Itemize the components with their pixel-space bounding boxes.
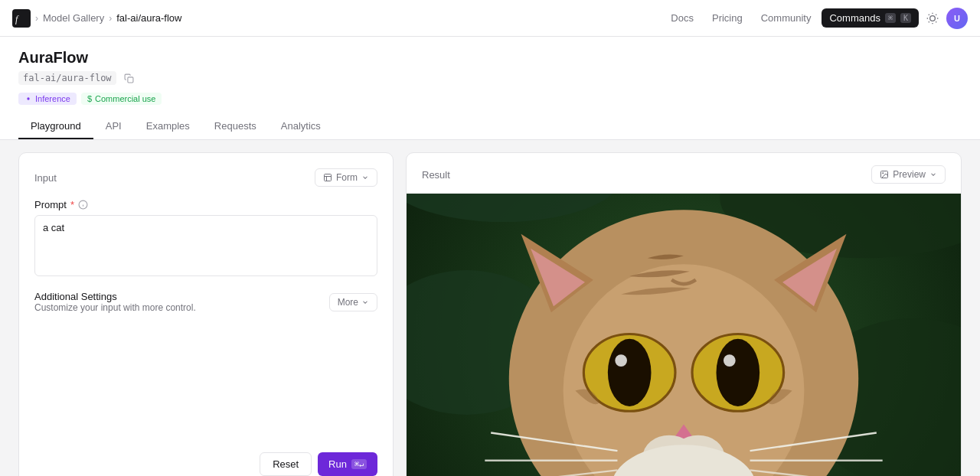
docs-button[interactable]: Docs <box>663 8 701 28</box>
run-kbd: ⌘↵ <box>351 459 367 469</box>
required-star: * <box>70 199 74 210</box>
header-right: Docs Pricing Community Commands ⌘ K U <box>663 8 968 29</box>
prompt-label: Prompt* <box>34 199 377 210</box>
run-button-label: Run <box>328 458 347 470</box>
breadcrumb-current: fal-ai/aura-flow <box>116 12 181 24</box>
header-left: f › Model Gallery › fal-ai/aura-flow <box>12 9 181 28</box>
form-button[interactable]: Form <box>315 168 377 187</box>
form-button-label: Form <box>336 172 358 183</box>
theme-toggle-button[interactable] <box>922 8 943 29</box>
actions: Reset Run ⌘↵ <box>34 440 377 476</box>
tab-analytics[interactable]: Analytics <box>269 114 333 139</box>
more-chevron-icon <box>361 298 369 306</box>
input-panel-header: Input Form <box>34 168 377 187</box>
preview-button-label: Preview <box>893 169 926 180</box>
page-subtitle: fal-ai/aura-flow <box>18 71 962 85</box>
svg-rect-13 <box>325 174 332 181</box>
reset-button[interactable]: Reset <box>260 452 312 476</box>
svg-line-5 <box>929 14 929 15</box>
tabs: Playground API Examples Requests Analyti… <box>18 114 962 139</box>
copy-model-id-button[interactable] <box>122 72 136 85</box>
sun-icon <box>926 12 939 24</box>
badges-container: Inference $ Commercial use <box>18 93 962 105</box>
chevron-down-icon <box>361 174 369 181</box>
svg-line-9 <box>929 21 929 22</box>
svg-point-38 <box>716 339 760 406</box>
community-button[interactable]: Community <box>753 8 819 28</box>
avatar[interactable]: U <box>946 8 968 29</box>
run-button[interactable]: Run ⌘↵ <box>318 452 377 476</box>
badge-commercial: $ Commercial use <box>81 93 162 105</box>
page-header: AuraFlow fal-ai/aura-flow Inference $ Co… <box>0 37 980 140</box>
svg-line-10 <box>936 14 936 15</box>
result-panel-header: Result Preview <box>407 153 961 194</box>
additional-settings: Additional Settings Customize your input… <box>34 291 377 316</box>
page-title: AuraFlow <box>18 49 962 67</box>
tab-playground[interactable]: Playground <box>18 114 93 139</box>
app-header: f › Model Gallery › fal-ai/aura-flow Doc… <box>0 0 980 37</box>
model-id: fal-ai/aura-flow <box>18 71 116 85</box>
form-icon <box>323 173 332 182</box>
badge-inference: Inference <box>18 93 77 105</box>
commands-label: Commands <box>829 12 880 24</box>
tab-examples[interactable]: Examples <box>134 114 202 139</box>
svg-point-37 <box>608 339 652 406</box>
cat-image <box>407 194 961 476</box>
result-panel-title: Result <box>422 169 450 181</box>
commercial-icon: $ <box>87 94 92 103</box>
commands-kbd1: ⌘ <box>885 13 896 23</box>
svg-point-12 <box>27 97 29 99</box>
preview-chevron-icon <box>929 171 937 178</box>
input-panel-title: Input <box>34 172 57 184</box>
preview-icon <box>880 170 889 179</box>
tab-api[interactable]: API <box>93 114 134 139</box>
input-panel: Input Form Prompt* <box>18 152 394 476</box>
settings-header-left: Additional Settings Customize your input… <box>34 291 196 313</box>
tab-requests[interactable]: Requests <box>202 114 269 139</box>
settings-header: Additional Settings Customize your input… <box>34 291 377 313</box>
breadcrumb-sep-2: › <box>109 13 112 24</box>
breadcrumb-sep-1: › <box>35 13 38 24</box>
preview-button[interactable]: Preview <box>871 165 946 184</box>
inference-icon <box>24 95 32 103</box>
svg-point-39 <box>615 354 627 367</box>
info-icon <box>78 200 88 210</box>
commands-kbd2: K <box>900 13 911 23</box>
fal-logo-icon: f <box>12 9 31 28</box>
more-button[interactable]: More <box>329 293 377 311</box>
result-panel: Result Preview <box>406 152 962 476</box>
prompt-field: Prompt* <box>34 199 377 279</box>
commands-button[interactable]: Commands ⌘ K <box>822 8 919 28</box>
logo[interactable]: f <box>12 9 31 28</box>
more-button-label: More <box>338 297 358 308</box>
svg-point-2 <box>930 15 936 21</box>
prompt-textarea[interactable] <box>34 215 377 276</box>
svg-point-20 <box>883 173 884 174</box>
svg-point-40 <box>724 354 736 367</box>
settings-title: Additional Settings <box>34 291 196 302</box>
prompt-label-text: Prompt <box>34 199 67 210</box>
copy-icon <box>124 73 134 83</box>
svg-line-6 <box>936 21 936 22</box>
settings-subtitle: Customize your input with more control. <box>34 302 196 313</box>
svg-rect-11 <box>127 77 132 82</box>
pricing-button[interactable]: Pricing <box>704 8 750 28</box>
result-image-container <box>407 194 961 476</box>
breadcrumb-model-gallery[interactable]: Model Gallery <box>43 12 104 24</box>
main-content: Input Form Prompt* <box>0 140 980 476</box>
